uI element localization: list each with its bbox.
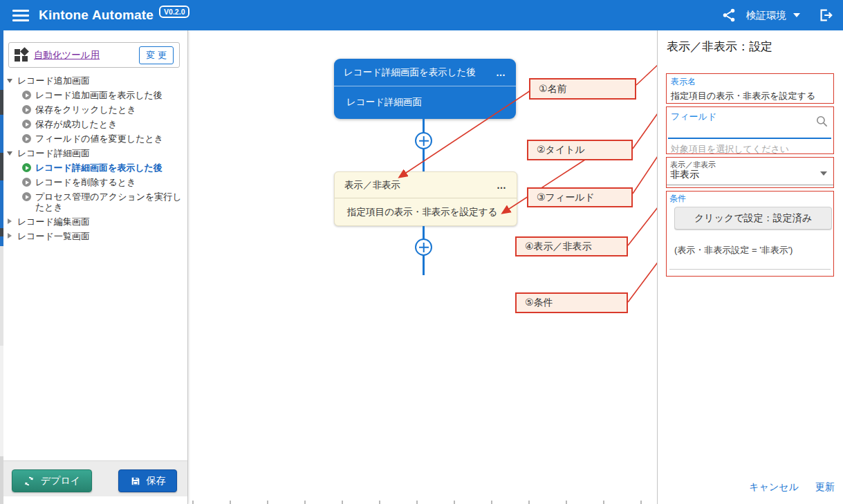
add-step-icon[interactable] <box>415 239 432 256</box>
tree-item-label: レコードを削除するとき <box>35 177 182 187</box>
app-root: Kintone Automate V0.2.0 検証環境 自動化ツール用 変 更… <box>0 0 843 504</box>
annotation-visibility: ④表示／非表示 <box>515 236 628 256</box>
app-grid-icon <box>15 48 28 62</box>
field-label: フィールド <box>671 111 716 123</box>
display-name-label: 表示名 <box>671 76 829 88</box>
annotation-title: ②タイトル <box>527 140 633 160</box>
settings-panel: 表示／非表示：設定 表示名 指定項目の表示・非表示を設定する フィールド 対象項… <box>657 30 843 504</box>
node-subtitle: レコード詳細画面 <box>334 86 516 118</box>
logout-icon[interactable] <box>818 8 833 23</box>
tree-event-item[interactable]: 保存が成功したとき <box>3 117 185 131</box>
annotation-condition: ⑤条件 <box>515 292 628 313</box>
tree-event-item[interactable]: フィールドの値を変更したとき <box>3 131 185 146</box>
tree-item-label: 保存が成功したとき <box>35 119 182 129</box>
node-menu-icon[interactable]: … <box>497 180 507 191</box>
display-name-section: 表示名 指定項目の表示・非表示を設定する <box>666 73 834 104</box>
node-menu-icon[interactable]: … <box>496 67 506 78</box>
tree-event-item[interactable]: レコード詳細画面を表示した後 <box>3 160 185 175</box>
node-subtitle: 指定項目の表示・非表示を設定する <box>335 198 517 225</box>
panel-title: 表示／非表示：設定 <box>667 39 772 55</box>
sidebar-footer: デプロイ 保存 <box>0 460 187 496</box>
change-app-button[interactable]: 変 更 <box>139 46 174 64</box>
deploy-button-label: デプロイ <box>41 475 80 487</box>
field-helper-text: 対象項目を選択してください <box>671 143 789 156</box>
tree-event-item[interactable]: プロセス管理のアクションを実行したとき <box>3 189 185 214</box>
add-step-icon[interactable] <box>415 132 432 149</box>
flow-node-action[interactable]: 表示／非表示 … 指定項目の表示・非表示を設定する <box>334 171 517 226</box>
save-button-label: 保存 <box>147 475 166 487</box>
condition-label: 条件 <box>669 193 686 205</box>
tree-event-item[interactable]: 保存をクリックしたとき <box>3 102 185 117</box>
chevron-down-icon[interactable] <box>793 13 800 17</box>
divider <box>667 185 833 185</box>
chevron-right-icon <box>8 218 12 224</box>
annotation-field: ③フィールド <box>527 187 633 207</box>
chevron-right-icon <box>8 233 12 239</box>
divider <box>669 269 831 270</box>
play-circle-icon <box>22 91 31 100</box>
display-name-value[interactable]: 指定項目の表示・非表示を設定する <box>671 90 829 102</box>
tree-item-label: フィールドの値を変更したとき <box>35 133 182 144</box>
tree-item-label: レコード編集画面 <box>17 216 182 227</box>
node-header: レコード詳細画面を表示した後 … <box>334 59 516 86</box>
tree-item-label: レコード追加画面 <box>17 75 182 86</box>
play-circle-icon <box>22 178 31 187</box>
top-header-bar: Kintone Automate V0.2.0 検証環境 <box>0 0 843 30</box>
tree-item-label: レコード追加画面を表示した後 <box>35 90 182 100</box>
condition-section: 条件 クリックで設定：設定済み (表示・非表示設定 = '非表示') <box>666 191 834 277</box>
tree-group-item[interactable]: レコード一覧画面 <box>3 229 185 243</box>
play-circle-icon <box>22 163 31 172</box>
version-badge: V0.2.0 <box>159 6 189 18</box>
floppy-disk-icon <box>130 476 141 487</box>
condition-set-button[interactable]: クリックで設定：設定済み <box>674 207 832 230</box>
play-circle-icon <box>22 120 31 129</box>
flow-node-trigger[interactable]: レコード詳細画面を表示した後 … レコード詳細画面 <box>334 59 516 119</box>
node-header: 表示／非表示 … <box>335 172 517 198</box>
dropdown-caret-icon[interactable] <box>820 171 827 176</box>
cancel-button[interactable]: キャンセル <box>749 481 799 494</box>
page-minimap-strip <box>0 30 3 504</box>
tree-group-item[interactable]: レコード追加画面 <box>3 73 185 88</box>
node-title: 表示／非表示 <box>344 179 400 192</box>
tree-event-item[interactable]: レコード追加画面を表示した後 <box>3 88 185 102</box>
share-icon[interactable] <box>721 8 737 23</box>
sidebar: 自動化ツール用 変 更 レコード追加画面レコード追加画面を表示した後保存をクリッ… <box>0 30 188 504</box>
tree-event-item[interactable]: レコードを削除するとき <box>3 175 185 189</box>
condition-expression: (表示・非表示設定 = '非表示') <box>674 244 793 256</box>
tree-item-label: レコード詳細画面 <box>17 148 182 158</box>
save-button[interactable]: 保存 <box>118 469 177 492</box>
play-circle-icon <box>22 134 31 143</box>
header-right-group: 検証環境 <box>721 8 833 23</box>
hamburger-menu-icon[interactable] <box>12 10 29 21</box>
visibility-select[interactable]: 表示／非表示 非表示 <box>666 157 834 188</box>
tree-item-label: 保存をクリックしたとき <box>35 104 182 115</box>
environment-selector[interactable]: 検証環境 <box>746 9 786 22</box>
play-circle-icon <box>22 192 31 201</box>
tree-item-label: レコード一覧画面 <box>17 231 182 241</box>
annotation-name: ①名前 <box>529 78 636 100</box>
visibility-value: 非表示 <box>670 169 699 181</box>
chevron-down-icon <box>7 151 12 156</box>
app-title: Kintone Automate <box>39 8 154 23</box>
field-search-input[interactable] <box>668 124 831 139</box>
sync-icon <box>24 476 35 487</box>
tree-item-label: レコード詳細画面を表示した後 <box>35 162 182 173</box>
tree-group-item[interactable]: レコード編集画面 <box>3 214 185 229</box>
sidebar-tree: レコード追加画面レコード追加画面を表示した後保存をクリックしたとき保存が成功した… <box>3 73 185 243</box>
update-button[interactable]: 更新 <box>815 481 835 494</box>
node-title: レコード詳細画面を表示した後 <box>344 66 476 79</box>
play-circle-icon <box>22 105 31 114</box>
deploy-button[interactable]: デプロイ <box>12 469 92 492</box>
chevron-down-icon <box>7 79 12 83</box>
field-section: フィールド 対象項目を選択してください <box>666 106 834 154</box>
tree-item-label: プロセス管理のアクションを実行したとき <box>35 192 182 212</box>
app-selector: 自動化ツール用 変 更 <box>8 42 180 68</box>
panel-actions: キャンセル 更新 <box>749 481 835 494</box>
app-name-link[interactable]: 自動化ツール用 <box>34 49 100 62</box>
tree-group-item[interactable]: レコード詳細画面 <box>3 146 185 160</box>
